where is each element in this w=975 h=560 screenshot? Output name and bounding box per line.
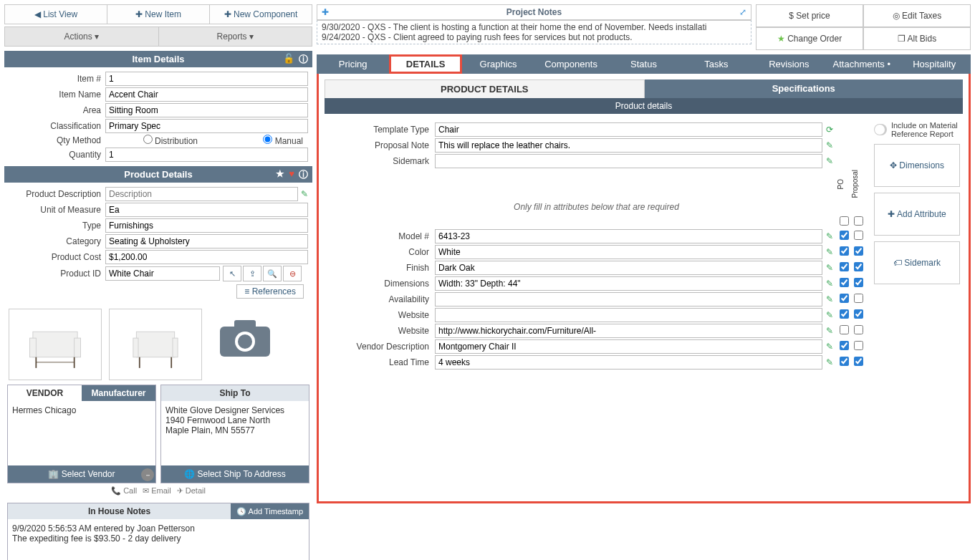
- pid-input[interactable]: [105, 266, 220, 281]
- star-icon[interactable]: ★: [276, 168, 284, 181]
- attr-input-4[interactable]: [435, 292, 822, 306]
- qty-manual-radio[interactable]: Manual: [211, 135, 307, 146]
- attr-input-7[interactable]: [435, 339, 822, 354]
- select-shipto-button[interactable]: 🌐 Select Ship To Address: [161, 465, 309, 483]
- tab-graphics[interactable]: Graphics: [462, 54, 534, 74]
- tab-revisions[interactable]: Revisions: [753, 54, 825, 74]
- references-button[interactable]: ≡ References: [236, 284, 304, 299]
- attr-input-3[interactable]: [435, 276, 822, 291]
- pencil-icon[interactable]: ✎: [822, 357, 837, 367]
- sidemark-input[interactable]: [435, 154, 822, 168]
- tab-details[interactable]: DETAILS: [389, 54, 461, 74]
- pid-upload-icon[interactable]: ⇪: [243, 266, 261, 281]
- pencil-icon[interactable]: ✎: [822, 156, 837, 166]
- cost-input[interactable]: [105, 250, 308, 264]
- actions-menu[interactable]: Actions ▾: [5, 27, 159, 46]
- edit-taxes-button[interactable]: ◎ Edit Taxes: [863, 4, 971, 27]
- unlock-icon[interactable]: 🔓: [283, 53, 294, 66]
- pencil-icon[interactable]: ✎: [822, 263, 837, 273]
- pencil-icon[interactable]: ✎: [822, 140, 837, 150]
- list-view-button[interactable]: ◀ List View: [5, 5, 107, 24]
- pid-search-icon[interactable]: 🔍: [263, 266, 282, 281]
- attr-po-8[interactable]: [840, 357, 849, 366]
- info-icon[interactable]: ⓘ: [299, 168, 308, 181]
- attr-po-7[interactable]: [840, 341, 849, 350]
- change-order-button[interactable]: ★ Change Order: [756, 27, 863, 50]
- attr-proposal-1[interactable]: [854, 246, 863, 256]
- attr-po-6[interactable]: [840, 325, 849, 334]
- pid-open-icon[interactable]: ↖: [223, 266, 241, 281]
- remove-vendor-icon[interactable]: －: [141, 468, 154, 481]
- attr-proposal-3[interactable]: [854, 278, 863, 287]
- sidemark-button[interactable]: 🏷 Sidemark: [874, 241, 960, 284]
- tab-status[interactable]: Status: [607, 54, 680, 74]
- pencil-icon[interactable]: ✎: [822, 247, 837, 257]
- camera-icon[interactable]: [209, 309, 281, 366]
- uom-input[interactable]: [105, 203, 308, 217]
- reports-menu[interactable]: Reports ▾: [159, 27, 312, 46]
- attr-input-0[interactable]: [435, 229, 822, 243]
- attr-proposal-5[interactable]: [854, 309, 863, 319]
- quantity-input[interactable]: [105, 148, 308, 162]
- attr-input-1[interactable]: [435, 245, 822, 259]
- vendor-tab[interactable]: VENDOR: [8, 385, 82, 401]
- classification-input[interactable]: [105, 119, 308, 133]
- product-image-2[interactable]: [109, 309, 202, 380]
- attr-proposal-4[interactable]: [854, 294, 863, 303]
- attr-po-0[interactable]: [840, 231, 849, 240]
- template-type-input[interactable]: [435, 122, 822, 137]
- attr-proposal-2[interactable]: [854, 262, 863, 271]
- attr-proposal-6[interactable]: [854, 325, 863, 334]
- call-link[interactable]: 📞 Call: [111, 486, 137, 496]
- category-input[interactable]: [105, 234, 308, 248]
- attr-input-8[interactable]: [435, 355, 822, 370]
- project-notes-body[interactable]: 9/30/2020 - QXS - The client is hosting …: [317, 20, 751, 44]
- new-component-button[interactable]: ✚ New Component: [210, 5, 312, 24]
- attr-proposal-8[interactable]: [854, 357, 863, 366]
- attr-input-2[interactable]: [435, 261, 822, 275]
- expand-icon[interactable]: ⤢: [735, 7, 751, 17]
- pencil-icon[interactable]: ✎: [822, 279, 837, 289]
- subtab-product-details[interactable]: PRODUCT DETAILS: [325, 79, 645, 98]
- type-input[interactable]: [105, 218, 308, 233]
- subtab-specifications[interactable]: Specifications: [645, 79, 964, 98]
- qty-distribution-radio[interactable]: Distribution: [105, 135, 202, 146]
- proposal-all-checkbox[interactable]: [854, 216, 863, 226]
- pencil-icon[interactable]: ✎: [822, 294, 837, 304]
- item-num-input[interactable]: [105, 72, 308, 86]
- attr-input-5[interactable]: [435, 308, 822, 322]
- info-icon[interactable]: ⓘ: [299, 53, 308, 66]
- attr-po-2[interactable]: [840, 262, 849, 271]
- tab-hospitality[interactable]: Hospitality: [898, 54, 971, 74]
- pencil-icon[interactable]: ✎: [822, 310, 837, 320]
- item-name-input[interactable]: [105, 87, 308, 102]
- select-vendor-button[interactable]: 🏢 Select Vendor: [8, 465, 155, 483]
- tab-attachments[interactable]: Attachments •: [825, 54, 898, 74]
- set-price-button[interactable]: $ Set price: [756, 4, 863, 27]
- tab-tasks[interactable]: Tasks: [680, 54, 752, 74]
- attr-proposal-7[interactable]: [854, 341, 863, 350]
- attr-po-4[interactable]: [840, 294, 849, 303]
- add-note-icon[interactable]: ✚: [317, 7, 333, 17]
- attr-po-5[interactable]: [840, 309, 849, 319]
- refresh-icon[interactable]: ⟳: [822, 125, 837, 135]
- desc-input[interactable]: [105, 187, 298, 201]
- attr-po-1[interactable]: [840, 246, 849, 256]
- tab-pricing[interactable]: Pricing: [317, 54, 389, 74]
- pencil-icon[interactable]: ✎: [301, 189, 308, 199]
- product-image-1[interactable]: [9, 309, 102, 380]
- notes-body[interactable]: 9/9/2020 5:56:53 AM entered by Joan Pett…: [8, 519, 309, 560]
- pid-remove-icon[interactable]: ⊖: [283, 266, 302, 281]
- pencil-icon[interactable]: ✎: [822, 326, 837, 336]
- add-attribute-button[interactable]: ✚ Add Attribute: [874, 193, 960, 236]
- pencil-icon[interactable]: ✎: [822, 342, 837, 352]
- attr-proposal-0[interactable]: [854, 231, 863, 240]
- attr-po-3[interactable]: [840, 278, 849, 287]
- manufacturer-tab[interactable]: Manufacturer: [82, 385, 155, 401]
- alt-bids-button[interactable]: ❐ Alt Bids: [863, 27, 971, 50]
- include-report-toggle[interactable]: [874, 124, 887, 135]
- dimensions-button[interactable]: ✥ Dimensions: [874, 144, 960, 187]
- po-all-checkbox[interactable]: [840, 216, 849, 226]
- tab-components[interactable]: Components: [534, 54, 607, 74]
- pencil-icon[interactable]: ✎: [822, 231, 837, 241]
